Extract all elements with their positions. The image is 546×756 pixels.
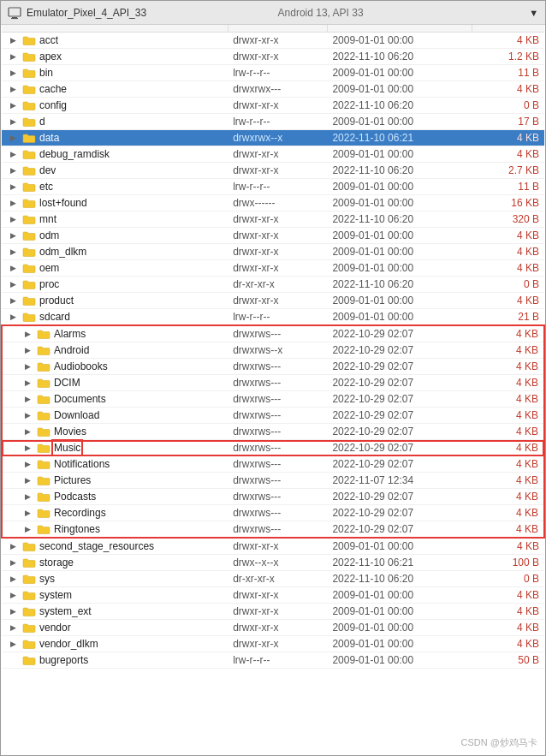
expander-icon[interactable]: ▶: [7, 51, 19, 63]
table-row[interactable]: ▶ system_extdrwxr-xr-x2009-01-01 00:004 …: [2, 604, 544, 620]
header-permissions[interactable]: [228, 25, 327, 33]
file-date: 2009-01-01 00:00: [327, 81, 472, 98]
table-row[interactable]: ▶ Alarmsdrwxrws---2022-10-29 02:074 KB: [2, 325, 544, 342]
table-row[interactable]: ▶ debug_ramdiskdrwxr-xr-x2009-01-01 00:0…: [2, 146, 544, 163]
expander-icon[interactable]: ▶: [21, 474, 33, 486]
expander-icon[interactable]: ▶: [7, 213, 19, 225]
expander-icon[interactable]: ▶: [7, 116, 19, 128]
expander-icon[interactable]: ▶: [21, 328, 33, 340]
expander-icon[interactable]: ▶: [7, 573, 19, 585]
table-row[interactable]: ▶ cachedrwxrwx---2009-01-01 00:004 KB: [2, 81, 544, 98]
file-size: 11 B: [472, 65, 544, 81]
expander-icon[interactable]: ▶: [7, 83, 19, 95]
file-name: product: [39, 295, 74, 307]
file-name: Documents: [54, 393, 106, 405]
file-date: 2022-10-29 02:07: [327, 424, 472, 440]
expander-icon[interactable]: ▶: [21, 507, 33, 519]
file-name: DCIM: [54, 377, 80, 389]
expander-icon[interactable]: ▶: [7, 181, 19, 193]
table-row[interactable]: ▶ Androiddrwxrws--x2022-10-29 02:074 KB: [2, 342, 544, 359]
table-row[interactable]: ▶ storagedrwx--x--x2022-11-10 06:21100 B: [2, 555, 544, 571]
expander-icon[interactable]: ▶: [7, 638, 19, 650]
expander-icon[interactable]: ▶: [21, 442, 33, 454]
table-row[interactable]: ▶ Picturesdrwxrws---2022-11-07 12:344 KB: [2, 473, 544, 489]
file-permissions: lrw-r--r--: [228, 114, 327, 130]
expander-icon[interactable]: ▶: [7, 622, 19, 634]
expander-icon[interactable]: ▶: [21, 426, 33, 438]
folder-icon: [22, 84, 36, 94]
table-row[interactable]: ▶ dlrw-r--r--2009-01-01 00:0017 B: [2, 114, 544, 130]
expander-icon[interactable]: ▶: [7, 540, 19, 552]
expander-icon[interactable]: ▶: [21, 523, 33, 535]
title-bar-dropdown[interactable]: ▼: [529, 8, 538, 18]
expander-icon[interactable]: ▶: [21, 360, 33, 372]
expander-icon[interactable]: ▶: [7, 311, 19, 323]
expander-icon[interactable]: ▶: [7, 589, 19, 601]
expander-icon[interactable]: ▶: [7, 557, 19, 568]
file-permissions: dr-xr-xr-x: [228, 277, 327, 293]
expander-icon[interactable]: ▶: [7, 148, 19, 160]
folder-icon: [22, 312, 36, 322]
expander-icon[interactable]: ▶: [7, 99, 19, 111]
table-row[interactable]: ▶ etclrw-r--r--2009-01-01 00:0011 B: [2, 179, 544, 195]
expander-icon[interactable]: ▶: [7, 34, 19, 46]
table-row[interactable]: ▶ Downloaddrwxrws---2022-10-29 02:074 KB: [2, 408, 544, 424]
expander-icon[interactable]: ▶: [7, 164, 19, 176]
expander-icon[interactable]: ▶: [21, 458, 33, 470]
header-date[interactable]: [327, 25, 472, 33]
table-row[interactable]: bugreportslrw-r--r--2009-01-01 00:0050 B: [2, 652, 544, 669]
table-row[interactable]: ▶ odm_dlkmdrwxr-xr-x2009-01-01 00:004 KB: [2, 244, 544, 260]
file-size: 17 B: [472, 114, 544, 130]
table-row[interactable]: ▶ binlrw-r--r--2009-01-01 00:0011 B: [2, 65, 544, 81]
expander-icon[interactable]: ▶: [7, 605, 19, 617]
table-row[interactable]: ▶ sysdr-xr-xr-x2022-11-10 06:200 B: [2, 571, 544, 587]
expander-icon[interactable]: ▶: [7, 132, 19, 144]
table-row[interactable]: ▶ Documentsdrwxrws---2022-10-29 02:074 K…: [2, 391, 544, 408]
expander-icon[interactable]: ▶: [7, 229, 19, 241]
table-row[interactable]: ▶ apexdrwxr-xr-x2022-11-10 06:201.2 KB: [2, 49, 544, 65]
table-row[interactable]: ▶ vendor_dlkmdrwxr-xr-x2009-01-01 00:004…: [2, 636, 544, 652]
expander-icon[interactable]: ▶: [7, 295, 19, 307]
table-row[interactable]: ▶ oemdrwxr-xr-x2009-01-01 00:004 KB: [2, 260, 544, 277]
table-row[interactable]: ▶ second_stage_resourcesdrwxr-xr-x2009-0…: [2, 538, 544, 555]
expander-icon[interactable]: ▶: [7, 246, 19, 258]
table-row[interactable]: ▶ datadrwxrwx--x2022-11-10 06:214 KB: [2, 130, 544, 146]
table-row[interactable]: ▶ Audiobooksdrwxrws---2022-10-29 02:074 …: [2, 359, 544, 375]
table-row[interactable]: ▶ Musicdrwxrws---2022-10-29 02:074 KB: [2, 440, 544, 456]
table-row[interactable]: ▶ lost+founddrwx------2009-01-01 00:0016…: [2, 195, 544, 211]
file-table: ▶ acctdrwxr-xr-x2009-01-01 00:004 KB▶ ap…: [1, 25, 545, 669]
table-row[interactable]: ▶ configdrwxr-xr-x2022-11-10 06:200 B: [2, 98, 544, 114]
table-row[interactable]: ▶ Recordingsdrwxrws---2022-10-29 02:074 …: [2, 505, 544, 521]
title-bar-text: Emulator_Pixel_4_API_33: [27, 7, 273, 19]
table-row[interactable]: ▶ Ringtonesdrwxrws---2022-10-29 02:074 K…: [2, 521, 544, 539]
expander-icon[interactable]: ▶: [7, 67, 19, 79]
table-row[interactable]: ▶ DCIMdrwxrws---2022-10-29 02:074 KB: [2, 375, 544, 391]
expander-icon[interactable]: ▶: [21, 393, 33, 405]
table-row[interactable]: ▶ productdrwxr-xr-x2009-01-01 00:004 KB: [2, 293, 544, 309]
expander-icon[interactable]: [7, 654, 19, 666]
expander-icon[interactable]: ▶: [7, 278, 19, 290]
header-name[interactable]: [2, 25, 228, 33]
table-row[interactable]: ▶ procdr-xr-xr-x2022-11-10 06:200 B: [2, 277, 544, 293]
header-size[interactable]: [472, 25, 544, 33]
file-size: 1.2 KB: [472, 49, 544, 65]
folder-icon: [22, 35, 36, 45]
folder-icon: [37, 378, 50, 388]
expander-icon[interactable]: ▶: [7, 197, 19, 209]
table-row[interactable]: ▶ odmdrwxr-xr-x2009-01-01 00:004 KB: [2, 228, 544, 244]
table-row[interactable]: ▶ mntdrwxr-xr-x2022-11-10 06:20320 B: [2, 211, 544, 228]
table-row[interactable]: ▶ devdrwxr-xr-x2022-11-10 06:202.7 KB: [2, 163, 544, 179]
table-row[interactable]: ▶ acctdrwxr-xr-x2009-01-01 00:004 KB: [2, 33, 544, 49]
expander-icon[interactable]: ▶: [21, 491, 33, 503]
table-row[interactable]: ▶ Podcastsdrwxrws---2022-10-29 02:074 KB: [2, 489, 544, 505]
table-row[interactable]: ▶ Notificationsdrwxrws---2022-10-29 02:0…: [2, 456, 544, 473]
expander-icon[interactable]: ▶: [21, 409, 33, 421]
expander-icon[interactable]: ▶: [21, 377, 33, 389]
table-row[interactable]: ▶ systemdrwxr-xr-x2009-01-01 00:004 KB: [2, 587, 544, 604]
expander-icon[interactable]: ▶: [7, 262, 19, 274]
table-row[interactable]: ▶ vendordrwxr-xr-x2009-01-01 00:004 KB: [2, 620, 544, 636]
file-size: 4 KB: [472, 440, 544, 456]
table-row[interactable]: ▶ sdcardlrw-r--r--2009-01-01 00:0021 B: [2, 309, 544, 326]
table-row[interactable]: ▶ Moviesdrwxrws---2022-10-29 02:074 KB: [2, 424, 544, 440]
expander-icon[interactable]: ▶: [21, 344, 33, 356]
